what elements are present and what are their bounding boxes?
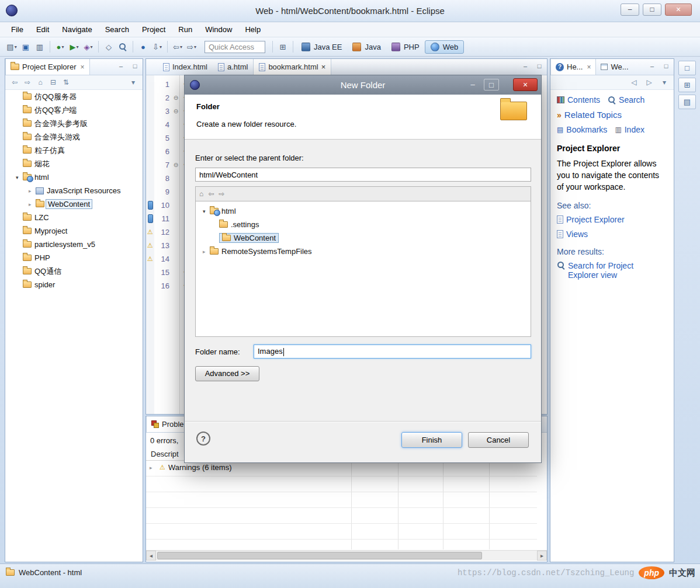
warnings-group-row[interactable]: ▸ ⚠ Warnings (6 items) [150, 463, 231, 472]
fold-icon[interactable]: ⊖ [172, 108, 180, 114]
dialog-close-button[interactable]: × [513, 78, 538, 91]
tree-item-project[interactable]: Myproject [5, 224, 143, 238]
menu-run[interactable]: Run [172, 23, 199, 36]
scrollbar-thumb[interactable] [157, 552, 482, 559]
welcome-tab[interactable]: We... [596, 59, 633, 75]
perspective-java-ee[interactable]: Java EE [296, 41, 347, 53]
minimized-outline-view-button[interactable]: ⊞ [678, 78, 696, 92]
fold-icon[interactable]: ⊖ [172, 95, 180, 101]
warning-marker-icon[interactable]: ⚠ [147, 255, 153, 263]
collapsed-arrow-icon[interactable]: ▸ [29, 188, 36, 194]
tab-index-html[interactable]: Index.html [158, 59, 213, 75]
perspective-java[interactable]: Java [347, 41, 386, 53]
home-icon[interactable]: ⌂ [34, 77, 46, 88]
problems-tab[interactable]: Proble [146, 416, 189, 432]
minimize-view-button[interactable]: – [116, 62, 126, 71]
index-link[interactable]: Index [625, 125, 644, 134]
menu-file[interactable]: File [5, 23, 30, 36]
related-topics-link[interactable]: Related Topics [564, 110, 622, 120]
menu-edit[interactable]: Edit [30, 23, 56, 36]
tab-bookmark-html[interactable]: bookmark.html× [253, 59, 331, 75]
close-tab-icon[interactable]: × [321, 62, 326, 71]
contents-link[interactable]: Contents [567, 95, 600, 105]
tree-item-project[interactable]: 合金弹头参考版 [5, 117, 143, 130]
expanded-arrow-icon[interactable]: ▾ [16, 175, 23, 180]
maximize-view-button[interactable]: □ [534, 62, 545, 71]
minimize-view-button[interactable]: – [520, 62, 531, 71]
help-forward-icon[interactable]: ▷ [643, 77, 655, 88]
menu-help[interactable]: Help [238, 23, 267, 36]
close-view-icon[interactable]: × [80, 63, 84, 71]
tree-item-project[interactable]: 仿QQ服务器 [5, 90, 143, 103]
collapse-all-icon[interactable]: ⊟ [47, 77, 59, 88]
menu-search[interactable]: Search [99, 23, 136, 36]
debug-button[interactable]: ●▾ [53, 40, 67, 54]
print-button[interactable]: ▥ [33, 40, 47, 54]
dialog-maximize-button[interactable]: □ [484, 79, 499, 91]
warning-marker-icon[interactable]: ⚠ [147, 242, 153, 249]
menu-window[interactable]: Window [199, 23, 238, 36]
project-explorer-help-link[interactable]: Project Explorer [566, 215, 625, 224]
parent-folder-input[interactable] [195, 168, 531, 182]
back-icon[interactable]: ⇦ [9, 77, 20, 88]
run-button[interactable]: ▶▾ [67, 40, 81, 54]
menu-project[interactable]: Project [136, 23, 172, 36]
tree-item-project[interactable]: LZC [5, 211, 143, 224]
coverage-button[interactable]: ◇ [102, 40, 116, 54]
menu-navigate[interactable]: Navigate [56, 23, 98, 36]
search-button[interactable] [116, 40, 130, 54]
maximize-view-button[interactable]: □ [661, 62, 671, 71]
tree-item-project[interactable]: 粒子仿真 [5, 144, 143, 157]
cancel-button[interactable]: Cancel [468, 432, 529, 448]
window-minimize-button[interactable]: – [621, 4, 639, 16]
close-view-icon[interactable]: × [587, 63, 591, 71]
tree-item-project[interactable]: 合金弹头游戏 [5, 130, 143, 144]
tree-item-project[interactable]: particlesystem_v5 [5, 238, 143, 251]
tree-item-project[interactable]: QQ通信 [5, 265, 143, 278]
views-help-link[interactable]: Views [566, 229, 588, 239]
tree-item-js-resources[interactable]: ▸JavaScript Resources [5, 184, 143, 197]
forward-history-button[interactable]: ⇨▾ [185, 40, 199, 54]
expanded-arrow-icon[interactable]: ▾ [203, 208, 210, 214]
window-close-button[interactable]: × [665, 4, 692, 16]
tree-item-html-project[interactable]: ▾html [5, 171, 143, 184]
link-with-editor-icon[interactable]: ⇅ [60, 77, 72, 88]
warning-marker-icon[interactable]: ⚠ [147, 228, 153, 236]
project-explorer-tab[interactable]: Project Explorer × [5, 59, 90, 75]
help-tab[interactable]: ? He... × [550, 59, 596, 75]
tree-item-webcontent[interactable]: ▸WebContent [5, 197, 143, 211]
perspective-web[interactable]: Web [425, 40, 465, 54]
tab-a-html[interactable]: a.html [213, 59, 253, 75]
scroll-right-icon[interactable]: ▸ [537, 551, 547, 561]
tree-item-remote-systems[interactable]: ▸ RemoteSystemsTempFiles [196, 245, 531, 258]
help-back-icon[interactable]: ◁ [628, 77, 640, 88]
run-external-tools-button[interactable]: ◈▾ [81, 40, 95, 54]
fold-icon[interactable]: ⊖ [172, 162, 180, 168]
perspective-php[interactable]: PHP [386, 41, 425, 53]
tree-item-project[interactable]: 仿QQ客户端 [5, 103, 143, 117]
scroll-left-icon[interactable]: ◂ [146, 551, 156, 561]
forward-icon[interactable]: ⇨ [22, 77, 33, 88]
bookmarks-link[interactable]: Bookmarks [566, 125, 607, 134]
tree-item-project[interactable]: 烟花 [5, 157, 143, 171]
search-link[interactable]: Search [619, 95, 644, 105]
advanced-button[interactable]: Advanced >> [195, 366, 259, 381]
tree-item-settings[interactable]: .settings [196, 218, 531, 231]
tree-item-project[interactable]: spider [5, 278, 143, 291]
view-menu-icon[interactable]: ▾ [659, 77, 670, 88]
new-wizard-button[interactable]: ▤▾ [5, 40, 19, 54]
tree-item-project[interactable]: PHP [5, 251, 143, 265]
finish-button[interactable]: Finish [401, 432, 462, 448]
open-perspective-button[interactable]: ⊞ [276, 40, 290, 54]
problems-hscrollbar[interactable]: ◂ ▸ [146, 550, 547, 561]
dialog-help-button[interactable]: ? [196, 432, 210, 446]
forward-icon[interactable]: ⇨ [219, 190, 224, 198]
back-history-button[interactable]: ⇦▾ [171, 40, 185, 54]
collapsed-arrow-icon[interactable]: ▸ [150, 465, 157, 471]
minimized-snippets-view-button[interactable]: ▤ [678, 95, 696, 109]
collapsed-arrow-icon[interactable]: ▸ [203, 249, 210, 255]
search-project-explorer-link[interactable]: Search for Project Explorer view [568, 261, 656, 280]
save-button[interactable]: ▣ [19, 40, 33, 54]
window-maximize-button[interactable]: □ [643, 4, 661, 16]
minimize-view-button[interactable]: – [647, 62, 657, 71]
